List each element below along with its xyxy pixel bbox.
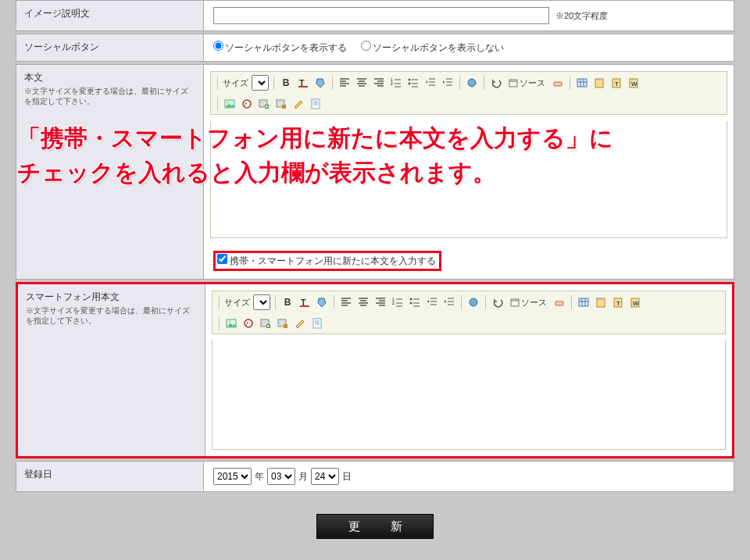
bold-icon[interactable]: B [280, 295, 295, 309]
bg-color-icon[interactable] [315, 295, 329, 309]
source-icon[interactable]: ソース [506, 76, 548, 90]
paste-word-icon[interactable]: W [628, 295, 642, 309]
align-left-icon[interactable] [338, 76, 352, 90]
indent-icon[interactable] [441, 76, 455, 90]
edit-icon[interactable] [291, 97, 305, 111]
year-suffix: 年 [255, 470, 264, 483]
radio-hide[interactable] [361, 41, 371, 51]
svg-point-4 [409, 79, 411, 81]
align-center-icon[interactable] [356, 295, 370, 309]
sp-body-checkbox-label: 携帯・スマートフォン用に新たに本文を入力する [230, 255, 436, 266]
svg-rect-36 [598, 298, 603, 300]
year-select[interactable]: 2015 [213, 468, 252, 485]
field-body: サイズ B T 12 ソース [204, 65, 734, 279]
paste-text-icon[interactable]: T [611, 295, 625, 309]
align-center-icon[interactable] [355, 76, 369, 90]
label-sp-body: スマートフォン用本文 ※文字サイズを変更する場合は、最初にサイズを指定して下さい… [18, 284, 205, 456]
button-row: 更 新 [16, 514, 734, 539]
row-body: 本文 ※文字サイズを変更する場合は、最初にサイズを指定して下さい。 サイズ B … [16, 64, 734, 280]
label-body: 本文 ※文字サイズを変更する場合は、最初にサイズを指定して下さい。 [16, 65, 204, 279]
insert-image-icon[interactable] [257, 97, 271, 111]
list-ordered-icon[interactable]: 12 [389, 76, 403, 90]
body-editor-toolbar: サイズ B T 12 ソース [210, 71, 727, 115]
svg-text:f: f [245, 101, 247, 108]
svg-text:T: T [616, 300, 620, 307]
eraser-icon[interactable] [551, 76, 565, 90]
month-suffix: 月 [298, 470, 308, 483]
page-icon[interactable] [309, 97, 323, 111]
list-ordered-icon[interactable]: 12 [391, 295, 405, 309]
radio-show-label[interactable]: ソーシャルボタンを表示する [213, 41, 347, 55]
row-image-desc: イメージ説明文 ※20文字程度 [16, 0, 734, 31]
paste-text-icon[interactable]: T [609, 76, 623, 90]
svg-rect-26 [300, 305, 309, 307]
svg-rect-33 [555, 301, 563, 305]
svg-rect-23 [282, 105, 286, 109]
svg-text:f: f [246, 320, 248, 327]
text-color-icon[interactable]: T [298, 295, 312, 309]
day-select[interactable]: 24 [311, 468, 339, 485]
link-icon[interactable] [466, 295, 480, 309]
bold-icon[interactable]: B [279, 76, 293, 90]
svg-point-42 [229, 321, 231, 323]
image-desc-input[interactable] [213, 7, 549, 24]
size-select[interactable] [252, 75, 269, 91]
text-color-icon[interactable]: T [296, 76, 310, 90]
field-sp-body: サイズ B T 12 ソース [205, 284, 732, 456]
insert-image2-icon[interactable] [276, 316, 290, 330]
list-bullet-icon[interactable] [408, 295, 422, 309]
indent-icon[interactable] [442, 295, 456, 309]
checkbox-highlight: 携帯・スマートフォン用に新たに本文を入力する [213, 251, 441, 271]
svg-rect-48 [284, 324, 288, 328]
sp-editor-area[interactable] [212, 341, 726, 450]
body-editor-area[interactable] [210, 121, 727, 238]
link-icon[interactable] [465, 76, 479, 90]
svg-point-6 [468, 79, 476, 87]
svg-text:2: 2 [391, 81, 393, 86]
size-select[interactable] [253, 294, 270, 310]
insert-image-icon[interactable] [259, 316, 273, 330]
undo-icon[interactable] [491, 295, 505, 309]
align-right-icon[interactable] [373, 295, 388, 309]
radio-show[interactable] [213, 41, 223, 51]
svg-rect-1 [298, 86, 308, 87]
insert-image2-icon[interactable] [274, 97, 288, 111]
svg-point-29 [410, 298, 412, 301]
image-icon[interactable] [224, 316, 238, 330]
edit-icon[interactable] [293, 316, 307, 330]
checkbox-row: 携帯・スマートフォン用に新たに本文を入力する [210, 249, 727, 273]
page-icon[interactable] [310, 316, 324, 330]
svg-rect-11 [597, 78, 602, 80]
paste-icon[interactable] [592, 76, 606, 90]
table-icon[interactable] [575, 76, 589, 90]
eraser-icon[interactable] [552, 295, 566, 309]
paste-icon[interactable] [594, 295, 608, 309]
source-icon[interactable]: ソース [508, 295, 549, 309]
outdent-icon[interactable] [423, 76, 438, 90]
svg-text:2: 2 [392, 301, 395, 305]
table-icon[interactable] [577, 295, 591, 309]
svg-rect-24 [312, 99, 320, 109]
image-desc-hint: ※20文字程度 [555, 10, 608, 22]
radio-hide-label[interactable]: ソーシャルボタンを表示しない [361, 41, 504, 55]
image-icon[interactable] [223, 97, 237, 111]
sp-body-checkbox[interactable] [217, 254, 227, 264]
label-date: 登録日 [16, 462, 204, 491]
month-select[interactable]: 03 [267, 468, 295, 485]
undo-icon[interactable] [489, 76, 503, 90]
update-button[interactable]: 更 新 [316, 514, 434, 539]
paste-word-icon[interactable]: W [627, 76, 641, 90]
row-sp-body: スマートフォン用本文 ※文字サイズを変更する場合は、最初にサイズを指定して下さい… [16, 282, 734, 458]
outdent-icon[interactable] [425, 295, 439, 309]
list-bullet-icon[interactable] [406, 76, 420, 90]
align-left-icon[interactable] [339, 295, 353, 309]
label-image-desc: イメージ説明文 [16, 1, 204, 30]
field-social: ソーシャルボタンを表示する ソーシャルボタンを表示しない [204, 34, 734, 61]
svg-rect-7 [509, 80, 517, 87]
bg-color-icon[interactable] [313, 76, 327, 90]
align-right-icon[interactable] [372, 76, 386, 90]
flash-icon[interactable]: f [240, 97, 254, 111]
svg-point-31 [470, 298, 477, 306]
flash-icon[interactable]: f [241, 316, 255, 330]
label-social: ソーシャルボタン [16, 34, 204, 61]
